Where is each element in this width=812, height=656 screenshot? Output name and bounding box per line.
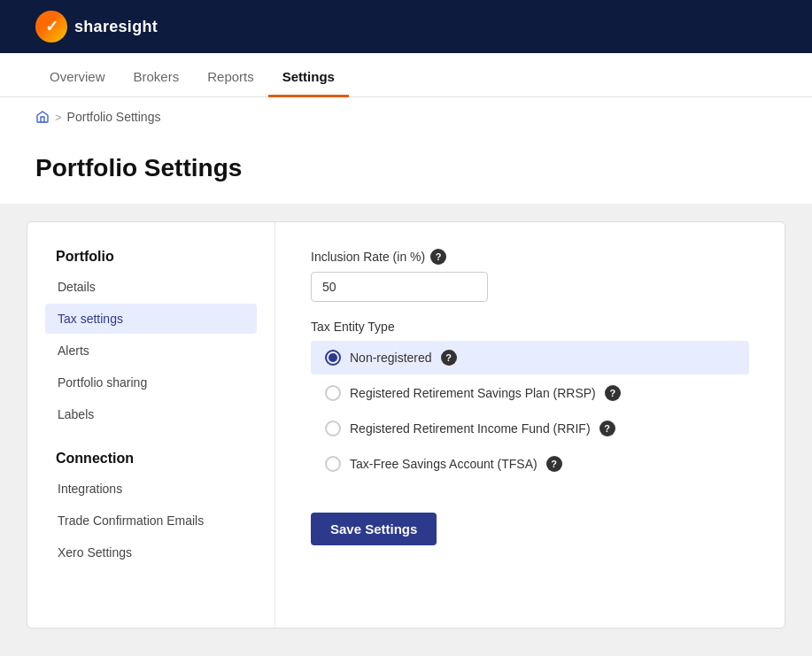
tfsa-help-icon[interactable]: ? — [546, 456, 562, 472]
radio-circle-rrif — [325, 421, 341, 436]
sidebar-item-alerts[interactable]: Alerts — [45, 336, 257, 366]
radio-circle-rrsp — [325, 385, 341, 401]
logo-text: sharesight — [74, 18, 158, 36]
radio-non-registered[interactable]: Non-registered ? — [311, 341, 749, 374]
non-registered-help-icon[interactable]: ? — [441, 350, 457, 366]
sidebar-connection-section-title: Connection — [45, 451, 257, 467]
sidebar-item-details[interactable]: Details — [45, 272, 257, 302]
breadcrumb: > Portfolio Settings — [0, 97, 812, 136]
content-area: Portfolio Details Tax settings Alerts Po… — [0, 204, 812, 656]
settings-main: Inclusion Rate (in %) ? Tax Entity Type … — [275, 222, 785, 628]
sidebar-item-portfolio-sharing[interactable]: Portfolio sharing — [45, 367, 257, 397]
breadcrumb-separator: > — [55, 111, 62, 124]
nav-reports[interactable]: Reports — [193, 57, 268, 97]
page-header: Portfolio Settings — [0, 136, 812, 204]
settings-card: Portfolio Details Tax settings Alerts Po… — [27, 221, 785, 629]
save-settings-button[interactable]: Save Settings — [311, 513, 437, 545]
rrsp-help-icon[interactable]: ? — [605, 385, 621, 401]
inclusion-rate-input[interactable] — [311, 272, 488, 302]
breadcrumb-current: Portfolio Settings — [67, 110, 161, 124]
rrif-help-icon[interactable]: ? — [599, 421, 615, 436]
radio-rrsp[interactable]: Registered Retirement Savings Plan (RRSP… — [311, 376, 749, 410]
page-title: Portfolio Settings — [35, 154, 777, 182]
inclusion-rate-label: Inclusion Rate (in %) ? — [311, 249, 749, 265]
sidebar-item-labels[interactable]: Labels — [45, 399, 257, 429]
logo-icon: ✓ — [35, 11, 67, 42]
tax-entity-label: Tax Entity Type — [311, 320, 749, 334]
sidebar-item-trade-confirmation[interactable]: Trade Confirmation Emails — [45, 506, 257, 536]
radio-circle-tfsa — [325, 456, 341, 472]
sidebar-portfolio-section-title: Portfolio — [45, 249, 257, 265]
radio-rrif[interactable]: Registered Retirement Income Fund (RRIF)… — [311, 412, 749, 445]
radio-tfsa[interactable]: Tax-Free Savings Account (TFSA) ? — [311, 447, 749, 481]
sidebar-item-integrations[interactable]: Integrations — [45, 474, 257, 504]
sidebar-item-tax-settings[interactable]: Tax settings — [45, 304, 257, 334]
inclusion-rate-group: Inclusion Rate (in %) ? — [311, 249, 749, 302]
nav-brokers[interactable]: Brokers — [120, 57, 194, 97]
logo-area: ✓ sharesight — [35, 11, 158, 42]
main-nav: Overview Brokers Reports Settings — [0, 53, 812, 97]
radio-circle-non-registered — [325, 350, 341, 366]
nav-overview[interactable]: Overview — [35, 57, 120, 97]
tax-entity-radio-group: Non-registered ? Registered Retirement S… — [311, 341, 749, 481]
nav-settings[interactable]: Settings — [268, 57, 349, 97]
sidebar-item-xero-settings[interactable]: Xero Settings — [45, 537, 257, 567]
tax-entity-group: Tax Entity Type Non-registered ? Registe… — [311, 320, 749, 481]
topbar: ✓ sharesight — [0, 0, 812, 53]
breadcrumb-home-icon[interactable] — [35, 110, 50, 124]
settings-sidebar: Portfolio Details Tax settings Alerts Po… — [27, 222, 275, 628]
inclusion-rate-help-icon[interactable]: ? — [430, 249, 446, 265]
